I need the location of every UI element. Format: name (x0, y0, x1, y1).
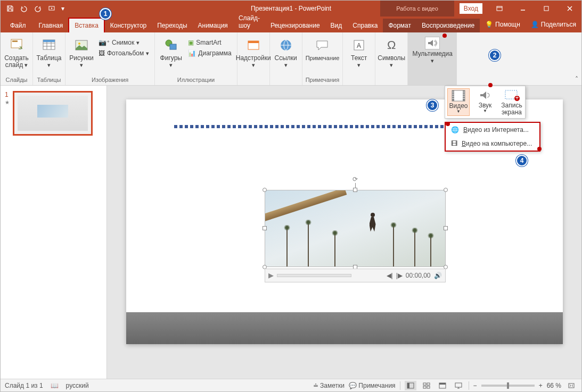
tab-file[interactable]: Файл (3, 19, 34, 32)
group-images-label: Изображения (92, 77, 128, 84)
comment-icon (314, 37, 331, 54)
rotate-handle[interactable]: ⟳ (353, 176, 358, 183)
svg-point-8 (78, 43, 80, 45)
smartart-button[interactable]: ▣SmartArt (186, 38, 233, 47)
new-slide-label: Создать слайд ▾ (4, 55, 29, 69)
undo-button[interactable] (18, 2, 30, 15)
language-indicator[interactable]: русский (66, 382, 89, 389)
link-icon (277, 37, 294, 54)
video-on-pc-label: Видео на компьютере... (462, 140, 532, 147)
play-button[interactable]: ▶ (268, 271, 274, 279)
fit-to-window-button[interactable] (565, 381, 577, 390)
statusbar: Слайд 1 из 1 📖 русский ≐ Заметки 💬 Приме… (1, 379, 581, 391)
ribbon-display-options[interactable] (488, 1, 511, 16)
maximize-button[interactable] (535, 1, 558, 16)
text-icon: A (350, 37, 367, 54)
chart-button[interactable]: 📊Диаграмма (186, 48, 233, 58)
comments-button[interactable]: 💬 Примечания (349, 382, 396, 389)
annotation-marker-3: 3 (427, 99, 438, 111)
annotation-dot (537, 147, 542, 151)
close-button[interactable] (558, 1, 581, 16)
media-dropdown: Видео▼ Звук▼ + Запись экрана (445, 86, 526, 119)
annotation-marker-2: 2 (489, 49, 501, 61)
addins-button[interactable]: Надстройки▾ (241, 36, 266, 69)
tab-help[interactable]: Справка (347, 19, 383, 32)
speaker-icon (425, 37, 440, 49)
pictures-button[interactable]: Рисунки▾ (69, 36, 94, 69)
login-button[interactable]: Вход (460, 3, 482, 14)
zoom-in-button[interactable]: + (539, 382, 543, 389)
zoom-out-button[interactable]: − (473, 382, 477, 389)
media-button[interactable]: Мультимедиа▾ (411, 36, 454, 65)
audio-menu-button[interactable]: Звук▼ (474, 88, 496, 116)
svg-rect-23 (407, 383, 409, 388)
tab-insert[interactable]: Вставка (68, 18, 105, 32)
resize-handle-e[interactable] (444, 226, 448, 230)
svg-rect-27 (427, 386, 430, 388)
reading-view-button[interactable] (437, 381, 448, 390)
video-object[interactable]: ⟳ (265, 190, 446, 267)
share-button[interactable]: 👤Поделиться (526, 16, 581, 32)
video-on-pc-menu-item[interactable]: 🎞 Видео на компьютере... (446, 137, 539, 151)
photo-album-button[interactable]: 🖼Фотоальбом ▾ (96, 48, 151, 58)
notes-button[interactable]: ≐ Заметки (313, 382, 345, 389)
tell-me-button[interactable]: 💡Помощн (480, 16, 526, 32)
minimize-button[interactable] (511, 1, 535, 16)
screenshot-button[interactable]: 📷⁺Снимок ▾ (96, 38, 151, 47)
svg-rect-31 (569, 383, 574, 388)
online-video-icon: 🌐 (451, 126, 459, 134)
slide-thumbnails-panel[interactable]: 1 ★ (1, 86, 107, 379)
new-slide-button[interactable]: Создать слайд ▾ (4, 36, 29, 70)
tab-view[interactable]: Вид (325, 19, 348, 32)
resize-handle-w[interactable] (263, 226, 267, 230)
video-menu-button[interactable]: Видео▼ (447, 88, 470, 116)
resize-handle-ne[interactable] (444, 188, 448, 192)
tab-design[interactable]: Конструктор (105, 19, 152, 32)
tab-home[interactable]: Главная (34, 19, 69, 32)
screen-record-icon: + (504, 88, 520, 102)
pictures-icon (73, 37, 90, 54)
group-tables: Таблица▾ Таблицы (33, 32, 65, 85)
comment-button[interactable]: Примечание (309, 36, 335, 62)
online-video-label: Видео из Интернета... (463, 126, 529, 134)
time-display: 00:00,00 (406, 272, 431, 279)
symbols-button[interactable]: Ω Символы▾ (379, 36, 404, 69)
normal-view-button[interactable] (405, 381, 416, 390)
screen-record-button[interactable]: + Запись экрана (501, 88, 523, 116)
spellcheck-icon[interactable]: 📖 (51, 382, 59, 389)
redo-button[interactable] (31, 2, 44, 15)
text-button[interactable]: A Текст▾ (346, 36, 372, 69)
slideshow-view-button[interactable] (453, 381, 464, 390)
tab-transitions[interactable]: Переходы (152, 19, 192, 32)
resize-handle-nw[interactable] (263, 188, 267, 192)
resize-handle-n[interactable] (353, 188, 357, 192)
shapes-button[interactable]: Фигуры▾ (158, 36, 184, 69)
tab-slideshow[interactable]: Слайд-шоу (233, 11, 265, 32)
save-button[interactable] (4, 2, 17, 15)
start-from-beginning-button[interactable] (45, 2, 58, 15)
qat-more-button[interactable]: ▾ (59, 2, 67, 15)
table-button[interactable]: Таблица▾ (36, 36, 62, 69)
step-back-button[interactable]: ◀| (387, 272, 393, 279)
zoom-level[interactable]: 66 % (547, 382, 561, 389)
svg-rect-25 (427, 383, 430, 385)
collapse-ribbon-button[interactable]: ˄ (575, 76, 578, 83)
thumbnail-image[interactable] (13, 91, 93, 136)
links-button[interactable]: Ссылки▾ (273, 36, 299, 69)
group-images: Рисунки▾ 📷⁺Снимок ▾ 🖼Фотоальбом ▾ Изобра… (65, 32, 155, 85)
tab-review[interactable]: Рецензирование (265, 19, 325, 32)
tab-format[interactable]: Формат (383, 19, 416, 32)
seek-track[interactable] (277, 274, 351, 277)
sorter-view-button[interactable] (421, 381, 432, 390)
tab-animation[interactable]: Анимация (193, 19, 233, 32)
zoom-slider[interactable] (481, 385, 535, 387)
tab-playback[interactable]: Воспроизведение (416, 19, 480, 32)
online-video-menu-item[interactable]: 🌐 Видео из Интернета... (446, 123, 539, 137)
slide-indicator[interactable]: Слайд 1 из 1 (5, 382, 43, 389)
video-preview (265, 190, 445, 266)
group-slides: Создать слайд ▾ Слайды (1, 32, 33, 85)
step-forward-button[interactable]: |▶ (396, 272, 403, 279)
omega-icon: Ω (383, 37, 400, 54)
thumbnail-1[interactable]: 1 ★ (5, 91, 102, 136)
volume-button[interactable]: 🔊 (434, 272, 442, 279)
